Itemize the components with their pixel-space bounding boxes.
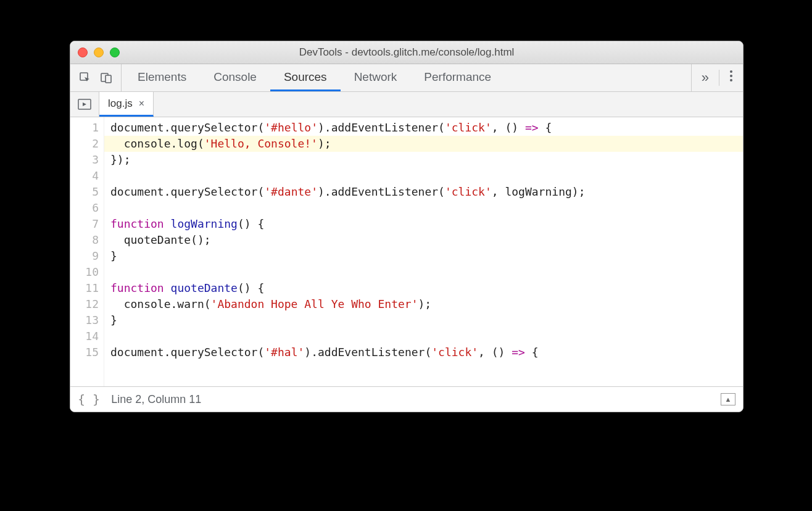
code-line[interactable]: function logWarning() {	[104, 216, 743, 232]
line-number: 1	[70, 120, 99, 136]
code-line[interactable]	[104, 168, 743, 184]
code-line[interactable]: console.log('Hello, Console!');	[104, 136, 743, 152]
titlebar: DevTools - devtools.glitch.me/console/lo…	[70, 41, 743, 64]
sources-subbar: log.js ×	[70, 92, 743, 117]
code-line[interactable]: console.warn('Abandon Hope All Ye Who En…	[104, 296, 743, 312]
svg-point-4	[730, 75, 732, 77]
code-line[interactable]	[104, 328, 743, 344]
traffic-lights	[78, 48, 120, 57]
file-tab-label: log.js	[108, 98, 133, 110]
code-line[interactable]: });	[104, 152, 743, 168]
line-number: 15	[70, 344, 99, 360]
tab-performance[interactable]: Performance	[410, 64, 505, 91]
toolbar-right-group: »	[691, 64, 743, 91]
toolbar-left-group	[70, 64, 122, 91]
code-line[interactable]: document.querySelector('#hello').addEven…	[104, 120, 743, 136]
code-editor[interactable]: 123456789101112131415 document.querySele…	[70, 117, 743, 386]
line-number: 3	[70, 152, 99, 168]
svg-point-5	[730, 79, 732, 81]
line-number: 14	[70, 328, 99, 344]
line-number: 9	[70, 248, 99, 264]
code-line[interactable]	[104, 264, 743, 280]
tab-network[interactable]: Network	[341, 64, 411, 91]
code-line[interactable]: }	[104, 312, 743, 328]
inspect-element-icon[interactable]	[79, 72, 91, 84]
maximize-window-button[interactable]	[110, 48, 120, 57]
code-line[interactable]: quoteDante();	[104, 232, 743, 248]
file-tab-logjs[interactable]: log.js ×	[99, 92, 154, 117]
device-toolbar-icon[interactable]	[100, 72, 112, 84]
line-number: 10	[70, 264, 99, 280]
tab-sources[interactable]: Sources	[270, 64, 341, 91]
code-line[interactable]: document.querySelector('#hal').addEventL…	[104, 344, 743, 360]
code-line[interactable]	[104, 200, 743, 216]
divider	[719, 70, 719, 86]
devtools-toolbar: ElementsConsoleSourcesNetworkPerformance…	[70, 64, 743, 92]
line-number: 12	[70, 296, 99, 312]
minimize-window-button[interactable]	[94, 48, 104, 57]
tab-elements[interactable]: Elements	[124, 64, 200, 91]
cursor-position: Line 2, Column 11	[111, 393, 201, 406]
code-area[interactable]: document.querySelector('#hello').addEven…	[104, 117, 743, 386]
settings-kebab-icon[interactable]	[729, 69, 733, 86]
close-file-tab-icon[interactable]: ×	[139, 98, 144, 109]
panel-tabs: ElementsConsoleSourcesNetworkPerformance	[122, 64, 691, 91]
svg-rect-2	[106, 75, 111, 83]
line-number: 8	[70, 232, 99, 248]
line-number: 13	[70, 312, 99, 328]
line-number: 5	[70, 184, 99, 200]
line-number: 11	[70, 280, 99, 296]
window-title: DevTools - devtools.glitch.me/console/lo…	[70, 46, 743, 59]
line-number: 7	[70, 216, 99, 232]
line-number: 4	[70, 168, 99, 184]
more-tabs-icon[interactable]: »	[702, 70, 709, 86]
devtools-window: DevTools - devtools.glitch.me/console/lo…	[70, 41, 744, 412]
pretty-print-icon[interactable]: { }	[78, 392, 100, 407]
close-window-button[interactable]	[78, 48, 88, 57]
code-line[interactable]: function quoteDante() {	[104, 280, 743, 296]
line-number: 2	[70, 136, 99, 152]
line-gutter: 123456789101112131415	[70, 117, 104, 386]
code-line[interactable]: document.querySelector('#dante').addEven…	[104, 184, 743, 200]
drawer-toggle-icon[interactable]: ▲	[721, 393, 735, 405]
svg-point-3	[730, 70, 732, 73]
show-navigator-icon[interactable]	[70, 92, 99, 117]
code-line[interactable]: }	[104, 248, 743, 264]
line-number: 6	[70, 200, 99, 216]
tab-console[interactable]: Console	[200, 64, 270, 91]
status-bar: { } Line 2, Column 11 ▲	[70, 386, 743, 412]
